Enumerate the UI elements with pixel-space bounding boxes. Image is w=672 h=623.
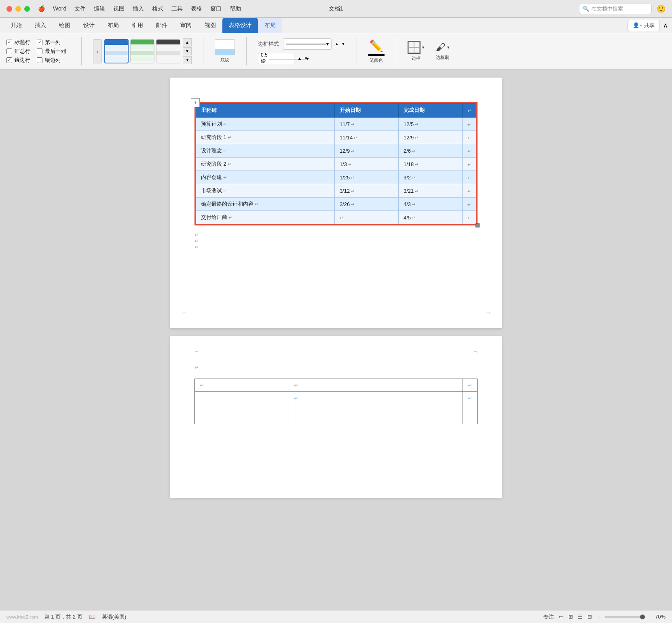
table-style-1[interactable] — [104, 39, 129, 63]
menu-view[interactable]: 视图 — [113, 5, 125, 13]
cell-end[interactable]: 12/5 ↵ — [398, 118, 462, 131]
page2-cell-6[interactable]: ↵ — [463, 392, 478, 424]
ribbon-collapse-icon[interactable]: ∧ — [663, 21, 668, 29]
share-button[interactable]: 👤+ 共享 — [628, 20, 660, 31]
border-width-select[interactable]: 0.5 磅 ———————— ▾ — [258, 53, 294, 64]
menu-word[interactable]: Word — [53, 5, 66, 13]
page2-cell-4[interactable] — [195, 392, 289, 424]
shading-button[interactable] — [215, 39, 235, 55]
cell-start[interactable]: 3/12 ↵ — [334, 184, 398, 198]
cell-milestone[interactable]: 研究阶段 2 ↵ — [196, 158, 335, 171]
cell-end[interactable]: 4/3 ↵ — [398, 198, 462, 211]
cell-start[interactable]: 11/14 ↵ — [334, 131, 398, 144]
cell-milestone[interactable]: 设计理念 ↵ — [196, 144, 335, 158]
menu-file[interactable]: 文件 — [74, 5, 86, 13]
styles-prev-arrow[interactable]: ‹ — [93, 39, 102, 63]
border-icon[interactable] — [408, 41, 421, 54]
styles-expand-arrow[interactable]: ▾ — [183, 56, 192, 64]
search-box[interactable]: 🔍 在文档中搜索 — [579, 4, 652, 14]
cell-end[interactable]: 1/18 ↵ — [398, 158, 462, 171]
checkbox-banded-cols[interactable] — [37, 57, 42, 63]
menu-format[interactable]: 格式 — [152, 5, 163, 13]
focus-label[interactable]: 专注 — [543, 613, 554, 621]
checkbox-total-row[interactable]: 汇总行 最后一列 — [6, 48, 66, 55]
tab-design[interactable]: 设计 — [77, 18, 101, 33]
table-resize-handle[interactable] — [475, 223, 480, 227]
zoom-plus-button[interactable]: ＋ — [647, 613, 653, 621]
border-style-up[interactable]: ▲ — [335, 42, 339, 46]
tab-layout[interactable]: 布局 — [101, 18, 125, 33]
layout-icon-4[interactable]: ⊟ — [587, 614, 592, 620]
border-width-up[interactable]: ▲ — [298, 56, 302, 61]
layout-icon-3[interactable]: ☰ — [578, 614, 583, 620]
zoom-slider-thumb[interactable] — [640, 615, 645, 619]
menu-window[interactable]: 窗口 — [210, 5, 222, 13]
checkbox-last-col[interactable] — [37, 48, 42, 54]
styles-up-arrow[interactable]: ▲ — [183, 38, 192, 46]
checkbox-banded-row[interactable]: ✓ 镶边行 镶边列 — [6, 57, 66, 64]
table-style-3[interactable] — [156, 39, 180, 63]
cell-milestone[interactable]: 预算计划 ↵ — [196, 118, 335, 131]
close-button[interactable] — [6, 6, 12, 12]
page2-cell-1[interactable]: ↵ — [195, 379, 289, 392]
checkbox-total[interactable] — [6, 48, 12, 54]
page2-cell-2[interactable]: ↵ — [289, 379, 463, 392]
account-icon[interactable]: 🙂 — [657, 4, 666, 13]
page2-row-1: ↵ ↵ ↵ — [195, 379, 478, 392]
tab-draw[interactable]: 绘图 — [53, 18, 77, 33]
table-add-icon[interactable]: + — [191, 98, 200, 107]
menu-insert[interactable]: 插入 — [133, 5, 144, 13]
cell-start[interactable]: ↵ — [334, 211, 398, 224]
tab-table-layout[interactable]: 布局 — [258, 18, 282, 33]
cell-end[interactable]: 3/2 ↵ — [398, 171, 462, 184]
table-style-2[interactable] — [130, 39, 154, 63]
tab-start[interactable]: 开始 — [4, 18, 28, 33]
tab-view[interactable]: 视图 — [198, 18, 222, 33]
zoom-minus-button[interactable]: － — [597, 613, 602, 621]
border-width-down[interactable]: ▼ — [304, 56, 308, 61]
page2-cell-5[interactable]: ↵ — [289, 392, 463, 424]
border-dropdown-arrow[interactable]: ▾ — [422, 45, 425, 50]
table-styles-nav: ‹ — [93, 38, 192, 64]
border-style-down[interactable]: ▼ — [341, 42, 345, 46]
cell-end[interactable]: 12/9 ↵ — [398, 131, 462, 144]
menu-edit[interactable]: 编辑 — [94, 5, 105, 13]
cell-milestone[interactable]: 交付给厂商 ↵ — [196, 211, 335, 224]
menu-table[interactable]: 表格 — [191, 5, 202, 13]
checkbox-title[interactable]: ✓ — [6, 40, 12, 45]
watermark-text: www.MacZ.com — [6, 615, 38, 619]
border-style-select[interactable]: ▾ — [283, 38, 332, 50]
layout-icon-1[interactable]: ▭ — [559, 614, 564, 620]
minimize-button[interactable] — [15, 6, 21, 12]
border-brush-icon[interactable]: 🖌 — [436, 42, 446, 53]
border-brush-dropdown-arrow[interactable]: ▾ — [447, 45, 450, 50]
cell-end[interactable]: 3/21 ↵ — [398, 184, 462, 198]
cell-start[interactable]: 12/9 ↵ — [334, 144, 398, 158]
cell-end[interactable]: 2/6 ↵ — [398, 144, 462, 158]
tab-mail[interactable]: 邮件 — [150, 18, 174, 33]
cell-milestone[interactable]: 内容创建 ↵ — [196, 171, 335, 184]
cell-end[interactable]: 4/5 ↵ — [398, 211, 462, 224]
tab-table-design[interactable]: 表格设计 — [222, 18, 258, 33]
cell-start[interactable]: 3/26 ↵ — [334, 198, 398, 211]
menu-tools[interactable]: 工具 — [171, 5, 183, 13]
tab-insert[interactable]: 插入 — [28, 18, 53, 33]
tab-review[interactable]: 审阅 — [174, 18, 198, 33]
checkbox-title-row[interactable]: ✓ 标题行 ✓ 第一列 — [6, 39, 66, 46]
apple-menu[interactable]: 🍎 — [38, 5, 45, 13]
checkbox-first-col[interactable]: ✓ — [37, 40, 42, 45]
styles-down-arrow[interactable]: ▼ — [183, 47, 192, 55]
maximize-button[interactable] — [24, 6, 30, 12]
menu-help[interactable]: 帮助 — [230, 5, 241, 13]
cell-start[interactable]: 11/7 ↵ — [334, 118, 398, 131]
cell-start[interactable]: 1/25 ↵ — [334, 171, 398, 184]
checkbox-banded-rows[interactable]: ✓ — [6, 57, 12, 63]
layout-icon-2[interactable]: ⊞ — [568, 614, 573, 620]
tab-references[interactable]: 引用 — [125, 18, 150, 33]
zoom-slider[interactable] — [604, 616, 645, 618]
cell-milestone[interactable]: 确定最终的设计和内容 ↵ — [196, 198, 335, 211]
cell-milestone[interactable]: 研究阶段 1 ↵ — [196, 131, 335, 144]
page2-cell-3[interactable]: ↵ — [463, 379, 478, 392]
cell-milestone[interactable]: 市场测试 ↵ — [196, 184, 335, 198]
cell-start[interactable]: 1/3 ↵ — [334, 158, 398, 171]
